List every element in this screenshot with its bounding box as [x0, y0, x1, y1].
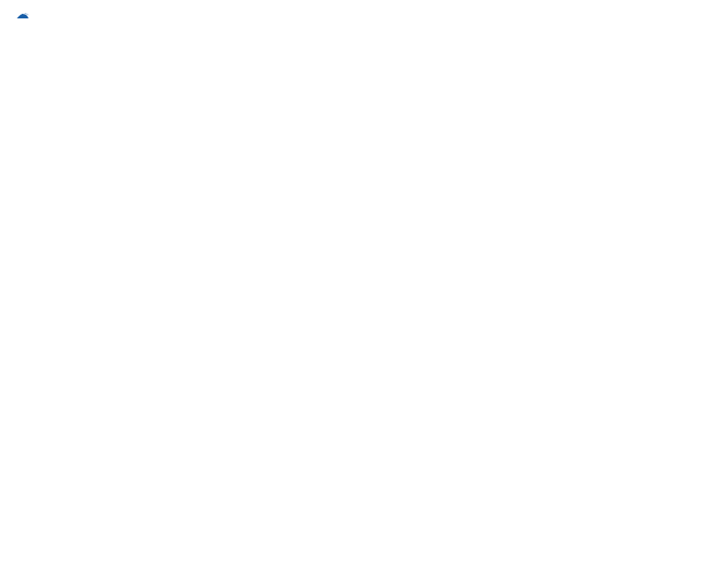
logo-icon: [14, 9, 32, 28]
page-header: [9, 9, 719, 28]
logo: [14, 9, 36, 28]
